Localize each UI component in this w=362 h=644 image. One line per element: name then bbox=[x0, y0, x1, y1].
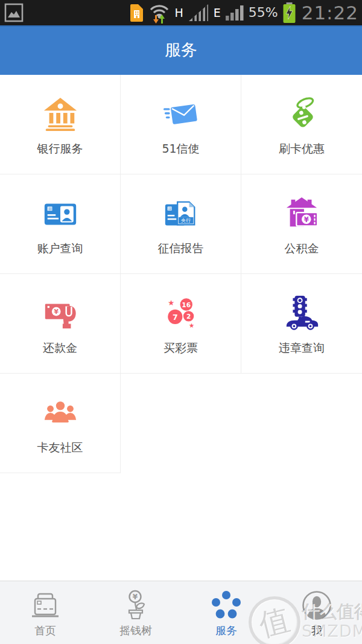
tab-label: 服务 bbox=[215, 625, 237, 636]
tab-services[interactable]: 服务 bbox=[181, 581, 272, 644]
svg-text:¥: ¥ bbox=[133, 593, 138, 601]
star-glyph: ★ bbox=[188, 322, 194, 330]
service-label: 刷卡优惠 bbox=[279, 141, 325, 157]
discount-tag-icon bbox=[282, 95, 321, 133]
header: 服务 bbox=[0, 25, 362, 75]
tab-label: 我 bbox=[311, 625, 322, 636]
housing-fund-icon: ¥ bbox=[282, 194, 321, 233]
repayment-hand-icon: ¥ bbox=[41, 294, 80, 333]
home-cards-icon bbox=[30, 590, 61, 621]
screenshot-gallery-icon bbox=[4, 2, 24, 23]
service-bank[interactable]: 银行服务 bbox=[0, 75, 121, 174]
profile-icon bbox=[301, 590, 332, 621]
svg-text:¥: ¥ bbox=[304, 215, 309, 223]
service-grid: 银行服务 51信使 bbox=[0, 75, 362, 473]
svg-text:16: 16 bbox=[182, 301, 191, 308]
tab-label: 摇钱树 bbox=[119, 625, 152, 636]
svg-text:¥: ¥ bbox=[54, 308, 59, 316]
sim-card-icon bbox=[129, 4, 144, 22]
tab-me[interactable]: 我 bbox=[272, 581, 362, 644]
service-51-messenger[interactable]: 51信使 bbox=[121, 75, 241, 174]
community-people-icon bbox=[41, 394, 80, 432]
tab-label: 首页 bbox=[34, 625, 56, 636]
service-label: 卡友社区 bbox=[37, 440, 83, 456]
account-card-icon bbox=[41, 194, 80, 233]
status-bar: H E 55% 21:22 bbox=[0, 0, 362, 25]
battery-icon bbox=[282, 2, 296, 24]
tab-home[interactable]: 首页 bbox=[0, 581, 91, 644]
service-lottery[interactable]: ★ 16 7 2 ★ 买彩票 bbox=[121, 274, 241, 374]
central-bank-badge: 央行 bbox=[181, 217, 191, 223]
service-account-inquiry[interactable]: 账户查询 bbox=[0, 174, 121, 274]
money-tree-icon: ¥ bbox=[120, 590, 151, 621]
service-label: 公积金 bbox=[285, 241, 319, 257]
service-traffic-violation[interactable]: 违章查询 bbox=[241, 274, 362, 374]
service-credit-report[interactable]: 央行 征信报告 bbox=[121, 174, 241, 274]
grid-filler bbox=[121, 374, 241, 473]
signal-bars-icon bbox=[225, 4, 244, 21]
service-label: 违章查询 bbox=[279, 340, 325, 356]
tab-money-tree[interactable]: ¥ 摇钱树 bbox=[91, 581, 181, 644]
credit-report-icon: 央行 bbox=[162, 194, 200, 233]
traffic-light-car-icon bbox=[282, 294, 321, 333]
wifi-updown-icon bbox=[148, 2, 170, 24]
service-label: 账户查询 bbox=[37, 241, 83, 257]
service-label: 银行服务 bbox=[37, 141, 83, 157]
service-label: 还款金 bbox=[43, 340, 77, 356]
page-title: 服务 bbox=[165, 39, 197, 61]
service-housing-fund[interactable]: ¥ 公积金 bbox=[241, 174, 362, 274]
service-repayment[interactable]: ¥ 还款金 bbox=[0, 274, 121, 374]
clock: 21:22 bbox=[302, 4, 358, 22]
mail-icon bbox=[162, 95, 200, 133]
grid-filler bbox=[241, 374, 362, 473]
service-card-community[interactable]: 卡友社区 bbox=[0, 374, 121, 473]
star-glyph: ★ bbox=[167, 298, 174, 307]
service-card-discount[interactable]: 刷卡优惠 bbox=[241, 75, 362, 174]
service-label: 买彩票 bbox=[164, 340, 198, 356]
network-type-h: H bbox=[174, 7, 183, 19]
lottery-balls-icon: ★ 16 7 2 ★ bbox=[162, 294, 200, 333]
network-type-e: E bbox=[214, 7, 221, 19]
service-label: 征信报告 bbox=[158, 241, 204, 257]
bank-icon bbox=[41, 95, 80, 133]
battery-percent: 55% bbox=[249, 6, 278, 19]
svg-text:7: 7 bbox=[172, 313, 177, 322]
download-arrow bbox=[153, 15, 159, 24]
svg-text:2: 2 bbox=[186, 313, 190, 320]
service-label: 51信使 bbox=[162, 141, 199, 157]
services-dots-icon bbox=[211, 590, 242, 621]
signal-triangle-icon bbox=[188, 3, 209, 22]
bottom-tab-bar: 首页 ¥ 摇钱树 服务 我 bbox=[0, 581, 362, 644]
